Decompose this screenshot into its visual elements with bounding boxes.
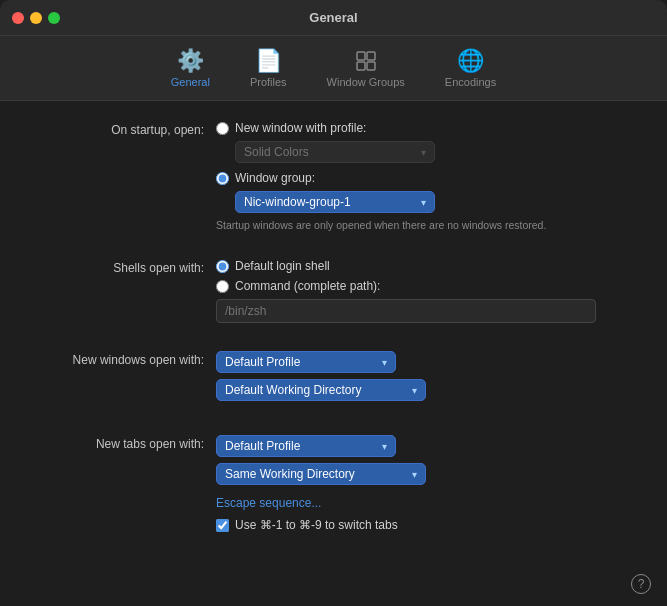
- window-groups-icon: [355, 50, 377, 72]
- new-tabs-section: New tabs open with: Default Profile ▾ Sa…: [24, 435, 643, 540]
- content-area: On startup, open: New window with profil…: [0, 101, 667, 576]
- escape-sequence-link[interactable]: Escape sequence...: [216, 496, 321, 510]
- traffic-lights: [12, 12, 60, 24]
- encodings-icon: 🌐: [457, 50, 484, 72]
- tab-bar: ⚙️ General 📄 Profiles Window Groups 🌐 En…: [0, 36, 667, 101]
- maximize-button[interactable]: [48, 12, 60, 24]
- shells-content: Default login shell Command (complete pa…: [204, 259, 643, 323]
- tab-general-label: General: [171, 76, 210, 88]
- svg-rect-1: [367, 52, 375, 60]
- startup-content: New window with profile: Solid Colors ▾ …: [204, 121, 643, 231]
- switch-tabs-checkbox[interactable]: [216, 519, 229, 532]
- startup-label: On startup, open:: [24, 121, 204, 137]
- window-title: General: [309, 10, 357, 25]
- switch-tabs-label: Use ⌘-1 to ⌘-9 to switch tabs: [235, 518, 398, 532]
- tab-profiles-label: Profiles: [250, 76, 287, 88]
- new-windows-content: Default Profile ▾ Default Working Direct…: [204, 351, 643, 407]
- new-tabs-content: Default Profile ▾ Same Working Directory…: [204, 435, 643, 540]
- switch-tabs-option: Use ⌘-1 to ⌘-9 to switch tabs: [216, 518, 643, 532]
- profiles-icon: 📄: [255, 50, 282, 72]
- minimize-button[interactable]: [30, 12, 42, 24]
- close-button[interactable]: [12, 12, 24, 24]
- profile-dropdown-value: Solid Colors: [244, 145, 415, 159]
- tab-window-groups-label: Window Groups: [327, 76, 405, 88]
- title-bar: General: [0, 0, 667, 36]
- new-windows-directory-arrow: ▾: [412, 385, 417, 396]
- default-login-label: Default login shell: [235, 259, 330, 273]
- new-tabs-directory-dropdown[interactable]: Same Working Directory ▾: [216, 463, 426, 485]
- default-login-option: Default login shell: [216, 259, 643, 273]
- startup-section: On startup, open: New window with profil…: [24, 121, 643, 231]
- profile-dropdown-arrow: ▾: [421, 147, 426, 158]
- new-tabs-directory-value: Same Working Directory: [225, 467, 406, 481]
- command-path-label: Command (complete path):: [235, 279, 380, 293]
- new-windows-profile-dropdown[interactable]: Default Profile ▾: [216, 351, 396, 373]
- window-group-dropdown[interactable]: Nic-window-group-1 ▾: [235, 191, 435, 213]
- window-group-radio[interactable]: [216, 172, 229, 185]
- startup-info-text: Startup windows are only opened when the…: [216, 219, 643, 231]
- svg-rect-2: [357, 62, 365, 70]
- new-windows-label: New windows open with:: [24, 351, 204, 367]
- new-tabs-profile-dropdown[interactable]: Default Profile ▾: [216, 435, 396, 457]
- tab-encodings[interactable]: 🌐 Encodings: [437, 46, 504, 92]
- new-tabs-label: New tabs open with:: [24, 435, 204, 451]
- new-windows-profile-arrow: ▾: [382, 357, 387, 368]
- svg-rect-0: [357, 52, 365, 60]
- new-tabs-directory-arrow: ▾: [412, 469, 417, 480]
- new-windows-profile-value: Default Profile: [225, 355, 376, 369]
- help-button[interactable]: ?: [631, 574, 651, 594]
- new-window-option: New window with profile:: [216, 121, 643, 135]
- shells-section: Shells open with: Default login shell Co…: [24, 259, 643, 323]
- command-path-radio[interactable]: [216, 280, 229, 293]
- new-windows-section: New windows open with: Default Profile ▾…: [24, 351, 643, 407]
- new-windows-directory-dropdown[interactable]: Default Working Directory ▾: [216, 379, 426, 401]
- new-window-label: New window with profile:: [235, 121, 366, 135]
- general-icon: ⚙️: [177, 50, 204, 72]
- window-group-label: Window group:: [235, 171, 315, 185]
- window-group-dropdown-arrow: ▾: [421, 197, 426, 208]
- command-path-input[interactable]: [216, 299, 596, 323]
- svg-rect-3: [367, 62, 375, 70]
- default-login-radio[interactable]: [216, 260, 229, 273]
- tab-window-groups[interactable]: Window Groups: [319, 46, 413, 92]
- new-windows-directory-value: Default Working Directory: [225, 383, 406, 397]
- profile-dropdown[interactable]: Solid Colors ▾: [235, 141, 435, 163]
- command-path-option: Command (complete path):: [216, 279, 643, 293]
- new-tabs-profile-value: Default Profile: [225, 439, 376, 453]
- window-group-option: Window group:: [216, 171, 643, 185]
- new-tabs-profile-arrow: ▾: [382, 441, 387, 452]
- tab-profiles[interactable]: 📄 Profiles: [242, 46, 295, 92]
- tab-encodings-label: Encodings: [445, 76, 496, 88]
- tab-general[interactable]: ⚙️ General: [163, 46, 218, 92]
- new-window-radio[interactable]: [216, 122, 229, 135]
- shells-label: Shells open with:: [24, 259, 204, 275]
- window-group-dropdown-value: Nic-window-group-1: [244, 195, 415, 209]
